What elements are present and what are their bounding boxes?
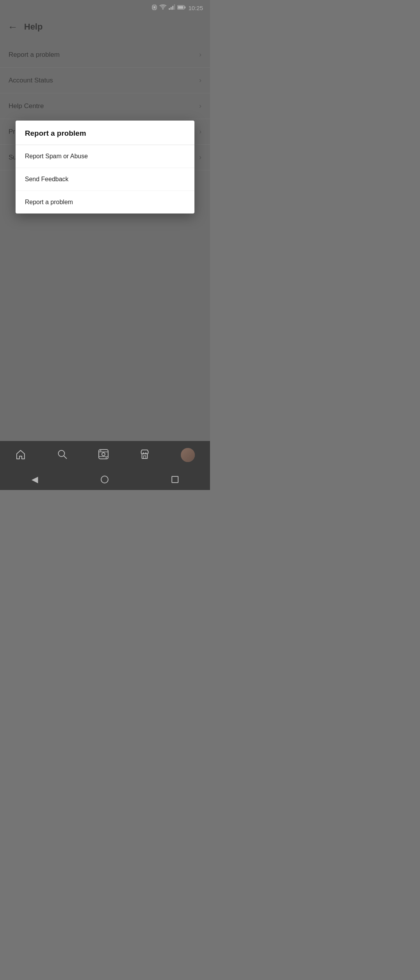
dialog-item-send-feedback[interactable]: Send Feedback <box>16 168 194 191</box>
report-problem-dialog: Report a problem Report Spam or AbuseSen… <box>16 121 194 214</box>
dialog-title: Report a problem <box>16 121 194 145</box>
dialog-item-report-problem-dialog[interactable]: Report a problem <box>16 191 194 214</box>
modal-overlay[interactable] <box>0 0 210 490</box>
dialog-item-report-spam[interactable]: Report Spam or Abuse <box>16 145 194 168</box>
